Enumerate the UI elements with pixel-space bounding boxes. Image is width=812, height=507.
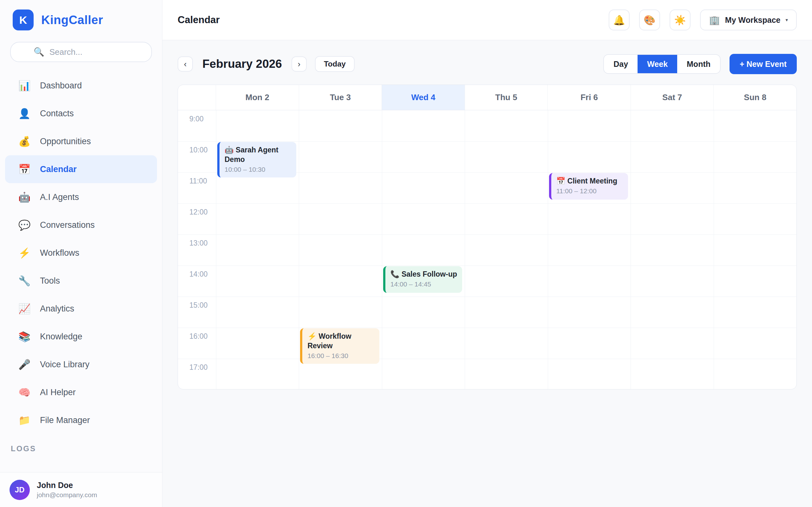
sidebar-item-tools[interactable]: 🔧Tools xyxy=(5,267,157,295)
opportunities-icon: 💰 xyxy=(18,135,31,147)
event-time: 14:00 – 14:45 xyxy=(391,279,458,289)
week-grid-body[interactable]: 9:0010:0011:0012:0013:0014:0015:0016:001… xyxy=(178,110,797,389)
sidebar-item-ai-helper[interactable]: 🧠AI Helper xyxy=(5,378,157,406)
brand-logo-badge: K xyxy=(13,9,34,31)
search-icon: 🔍 xyxy=(34,47,44,57)
prev-week-button[interactable]: ‹ xyxy=(177,56,193,72)
sidebar-item-a-i-agents[interactable]: 🤖A.I Agents xyxy=(5,183,157,211)
time-label: 11:00 xyxy=(178,172,216,185)
sidebar-item-label: Contacts xyxy=(40,109,74,118)
week-grid-header: Mon 2Tue 3Wed 4Thu 5Fri 6Sat 7Sun 8 xyxy=(178,85,797,110)
grid-column-line xyxy=(382,110,382,389)
grid-row-line xyxy=(178,141,797,142)
robot-icon: 🤖 xyxy=(224,146,236,154)
time-label: 13:00 xyxy=(178,234,216,247)
search-input[interactable] xyxy=(49,47,132,57)
analytics-icon: 📈 xyxy=(18,303,31,315)
page-title: Calendar xyxy=(177,14,220,26)
sidebar-item-opportunities[interactable]: 💰Opportunities xyxy=(5,127,157,155)
event-title: ⚡ Workflow Review xyxy=(307,331,374,350)
event-title: 🤖 Sarah Agent Demo xyxy=(224,145,292,164)
sidebar-item-label: A.I Agents xyxy=(40,192,79,202)
event-title: 📞 Sales Follow-up xyxy=(391,269,458,279)
time-label: 10:00 xyxy=(178,141,216,154)
sidebar-item-label: Conversations xyxy=(40,220,95,230)
sidebar-item-label: Dashboard xyxy=(40,81,82,91)
sidebar-item-dashboard[interactable]: 📊Dashboard xyxy=(5,72,157,100)
logs-section-label: LOGS xyxy=(11,444,162,453)
time-gutter-header xyxy=(178,85,216,110)
event-time: 16:00 – 16:30 xyxy=(307,351,374,360)
voice-library-icon: 🎤 xyxy=(18,359,31,371)
grid-column-line xyxy=(548,110,548,389)
view-switcher: DayWeekMonth xyxy=(603,54,721,74)
time-label: 12:00 xyxy=(178,204,216,216)
time-label: 9:00 xyxy=(178,110,216,123)
event-client-meeting[interactable]: 📅 Client Meeting11:00 – 12:00 xyxy=(549,173,628,200)
view-day-button[interactable]: Day xyxy=(604,55,638,73)
brand-logo: K KingCaller xyxy=(0,0,162,38)
phone-icon: 📞 xyxy=(391,270,402,278)
today-button[interactable]: Today xyxy=(315,56,355,72)
sidebar-item-conversations[interactable]: 💬Conversations xyxy=(5,211,157,239)
sidebar: K KingCaller 🔍 📊Dashboard👤Contacts💰Oppor… xyxy=(0,0,162,507)
topbar-actions: 🔔🎨☀️ 🏢 My Workspace ▾ xyxy=(609,9,797,31)
notifications-bell-icon: 🔔 xyxy=(613,14,625,26)
sidebar-item-label: Opportunities xyxy=(40,136,91,147)
sidebar-item-calendar[interactable]: 📅Calendar xyxy=(5,155,157,183)
sidebar-item-label: Workflows xyxy=(40,248,79,258)
sidebar-item-file-manager[interactable]: 📁File Manager xyxy=(5,406,157,434)
sidebar-item-label: Analytics xyxy=(40,304,74,314)
view-month-button[interactable]: Month xyxy=(677,55,720,73)
day-header-wed-4: Wed 4 xyxy=(382,85,465,110)
light-mode-sun-button[interactable]: ☀️ xyxy=(670,9,691,31)
theme-palette-icon: 🎨 xyxy=(644,14,655,26)
event-sarah-agent-demo[interactable]: 🤖 Sarah Agent Demo10:00 – 10:30 xyxy=(217,142,296,177)
sidebar-item-knowledge[interactable]: 📚Knowledge xyxy=(5,323,157,350)
grid-row-line xyxy=(178,204,797,204)
grid-row-line xyxy=(178,234,797,235)
workspace-label: My Workspace xyxy=(725,15,780,25)
sidebar-item-label: File Manager xyxy=(40,415,90,425)
user-name: John Doe xyxy=(37,481,97,490)
month-label: February 2026 xyxy=(202,57,282,71)
notifications-bell-button[interactable]: 🔔 xyxy=(609,9,629,31)
calendar-toolbar: ‹ February 2026 › Today DayWeekMonth + N… xyxy=(177,54,797,74)
sidebar-search[interactable]: 🔍 xyxy=(10,42,152,62)
day-header-sun-8: Sun 8 xyxy=(714,85,797,110)
conversations-icon: 💬 xyxy=(18,219,31,231)
sidebar-item-contacts[interactable]: 👤Contacts xyxy=(5,100,157,127)
day-header-tue-3: Tue 3 xyxy=(299,85,382,110)
event-workflow-review[interactable]: ⚡ Workflow Review16:00 – 16:30 xyxy=(300,328,379,364)
grid-row-line xyxy=(178,266,797,266)
time-label: 14:00 xyxy=(178,266,216,279)
brand-name: KingCaller xyxy=(41,13,103,27)
sidebar-item-voice-library[interactable]: 🎤Voice Library xyxy=(5,350,157,378)
sidebar-item-workflows[interactable]: ⚡Workflows xyxy=(5,239,157,267)
topbar: Calendar 🔔🎨☀️ 🏢 My Workspace ▾ xyxy=(162,0,812,40)
view-week-button[interactable]: Week xyxy=(638,55,677,73)
new-event-button[interactable]: + New Event xyxy=(729,54,797,74)
time-label: 16:00 xyxy=(178,328,216,341)
theme-palette-button[interactable]: 🎨 xyxy=(639,9,660,31)
workflows-icon: ⚡ xyxy=(18,247,31,259)
view-controls: DayWeekMonth + New Event xyxy=(603,54,797,74)
dashboard-icon: 📊 xyxy=(18,80,31,92)
lightning-icon: ⚡ xyxy=(307,332,318,340)
avatar: JD xyxy=(9,480,30,500)
workspace-selector[interactable]: 🏢 My Workspace ▾ xyxy=(700,9,797,31)
contacts-icon: 👤 xyxy=(18,108,31,119)
next-week-button[interactable]: › xyxy=(292,56,307,72)
sidebar-item-analytics[interactable]: 📈Analytics xyxy=(5,295,157,323)
day-header-thu-5: Thu 5 xyxy=(465,85,548,110)
sidebar-item-label: Tools xyxy=(40,276,60,286)
time-label: 15:00 xyxy=(178,297,216,309)
event-time: 11:00 – 12:00 xyxy=(556,186,623,196)
knowledge-icon: 📚 xyxy=(18,331,31,343)
day-header-mon-2: Mon 2 xyxy=(216,85,299,110)
user-email: john@company.com xyxy=(37,491,97,499)
event-sales-follow-up[interactable]: 📞 Sales Follow-up14:00 – 14:45 xyxy=(383,266,462,293)
user-card[interactable]: JD John Doe john@company.com xyxy=(0,472,162,507)
calendar-icon: 📅 xyxy=(18,164,31,175)
grid-row-line xyxy=(178,328,797,328)
